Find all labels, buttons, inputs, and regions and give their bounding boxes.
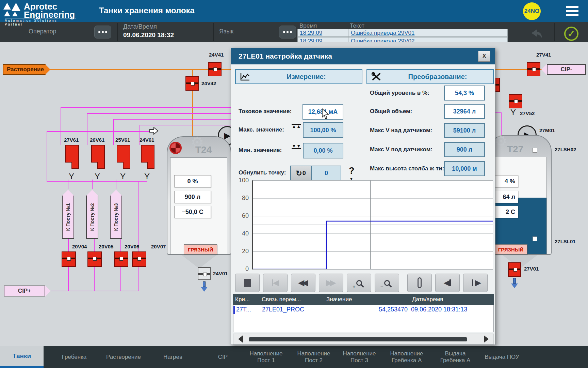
trend-chart[interactable] <box>252 180 493 270</box>
banner-post-2[interactable]: К Посту №2 <box>86 195 98 239</box>
pipe-segment <box>120 238 121 251</box>
stop-icon[interactable] <box>235 274 260 292</box>
nav-item-nagrev[interactable]: Нагрев <box>147 354 198 361</box>
pipe-segment <box>94 267 95 291</box>
alarm-row[interactable]: 18:29:09 Ошибка привода 29V02 <box>297 37 508 42</box>
refresh-icon: ↻ <box>296 169 302 178</box>
nav-item-rastvorenie[interactable]: Растворение <box>98 354 149 361</box>
alarm-row[interactable]: 18:29:09 Ошибка привода 29V01 <box>297 29 508 37</box>
valve-25v61[interactable] <box>117 145 130 163</box>
app-header: Aprotec Engineering Automation Solutions… <box>0 0 588 22</box>
tools-icon <box>371 72 382 81</box>
valve-label: 20V07 <box>151 244 166 249</box>
max-value-field[interactable]: 100,00 % <box>303 122 343 138</box>
datetime-label: Дата/Время <box>123 23 157 30</box>
valve-24v42[interactable] <box>185 76 199 91</box>
y-tick-label: 80 <box>234 195 249 202</box>
nav-item-tanki[interactable]: Танки <box>0 346 44 366</box>
reset-value-field[interactable]: 0 <box>311 166 341 181</box>
banner-cip-minus[interactable]: CIP- <box>547 64 586 75</box>
nav-item-grebenka[interactable]: Гребенка <box>49 354 100 361</box>
tank-name: T27 <box>507 144 523 155</box>
horizontal-scrollbar[interactable] <box>233 334 494 344</box>
pipe-segment <box>68 267 69 291</box>
hamburger-menu-icon[interactable] <box>566 6 578 16</box>
nav-item-napolnenie-post1[interactable]: Наполнение Пост 1 <box>244 350 288 364</box>
valve-20v04[interactable] <box>62 251 76 267</box>
language-menu-button[interactable] <box>279 26 296 39</box>
nav-item-napolnenie-grebenka-a[interactable]: Наполнение Гребенка А <box>383 350 430 364</box>
acknowledge-check-icon[interactable]: ✓ <box>564 27 578 41</box>
banner-label: К Посту №1 <box>65 203 71 231</box>
valve-label: 24V42 <box>201 80 216 86</box>
zoom-out-icon[interactable]: − <box>375 274 399 292</box>
banner-rastvorenie[interactable]: Растворение <box>3 64 46 75</box>
zoom-in-icon[interactable]: + <box>347 274 371 292</box>
nav-item-napolnenie-post2[interactable]: Наполнение Пост 2 <box>292 350 336 364</box>
valve-24v01[interactable] <box>198 267 211 280</box>
pipe-segment <box>61 107 61 145</box>
volume-field: 32964 л <box>444 104 485 119</box>
level-switch-low-icon <box>533 236 537 241</box>
close-button[interactable]: X <box>478 51 490 62</box>
operator-menu-button[interactable] <box>94 26 111 39</box>
valve-24v41[interactable] <box>208 62 222 76</box>
pipe-segment <box>68 180 68 189</box>
field-label: Макс V под датчиком: <box>370 146 432 153</box>
field-label: Мин. значение: <box>239 147 282 154</box>
nav-item-vydacha-grebenka-a[interactable]: Выдача Гребенка А <box>433 350 477 364</box>
jump-to-left-icon[interactable]: ◀ <box>435 274 460 292</box>
banner-post-1[interactable]: К Посту №1 <box>62 195 74 239</box>
min-value-field[interactable]: 0,00 % <box>303 143 343 158</box>
trend-chart-icon <box>239 72 251 81</box>
nav-item-vydacha-pou[interactable]: Выдача ПОУ <box>481 354 522 361</box>
reset-zero-button[interactable]: ↻0 <box>290 166 311 181</box>
pipe-segment <box>140 125 231 125</box>
valve-27v01[interactable] <box>508 262 521 277</box>
alarm-text: Ошибка привода 29V01 <box>351 30 414 36</box>
field-label: Макс высота столба ж-ти: <box>370 165 444 172</box>
divider <box>117 23 118 41</box>
status-badge[interactable]: 24NO <box>523 2 541 20</box>
max-vol-above-field[interactable]: 59100 л <box>444 123 485 138</box>
valve-20v06[interactable] <box>114 251 128 267</box>
column-header[interactable]: Кри... <box>235 296 250 303</box>
y-tick-label: 0 <box>234 265 249 273</box>
ruler-icon[interactable] <box>407 274 432 292</box>
nav-item-napolnenie-post3[interactable]: Наполнение Пост 3 <box>337 350 381 364</box>
jump-to-right-icon[interactable]: ▶ <box>463 274 488 292</box>
column-header[interactable]: Значение <box>326 296 352 303</box>
valve-27v61[interactable] <box>65 145 79 163</box>
spray-symbol: Y <box>144 172 150 181</box>
scroll-right-icon[interactable] <box>484 335 489 343</box>
max-column-height-field[interactable]: 10,000 м <box>444 161 485 176</box>
field-label: Общий уровень в %: <box>370 90 429 96</box>
valve-24v61[interactable] <box>141 145 154 163</box>
valve-20v07[interactable] <box>132 251 146 267</box>
tank-volume-value: 900 л <box>174 191 211 203</box>
banner-cip-plus[interactable]: CIP+ <box>4 286 45 296</box>
field-label: Макс. значение: <box>239 126 284 133</box>
help-button[interactable]: ? <box>349 166 355 176</box>
scrollbar-thumb[interactable] <box>249 337 467 341</box>
skip-to-start-icon[interactable]: ◀ <box>263 274 288 292</box>
valve-27v52[interactable] <box>509 94 522 108</box>
valve-20v05[interactable] <box>87 251 102 267</box>
rewind-icon[interactable]: ◀◀ <box>291 274 315 292</box>
sensor-settings-dialog: 27LE01 настройка датчика X Измерение: Пр… <box>231 48 495 345</box>
valve-26v61[interactable] <box>91 145 105 163</box>
column-header[interactable]: Дата/время <box>412 296 443 303</box>
column-header[interactable]: Связь перем... <box>262 296 301 303</box>
fast-forward-icon[interactable]: ▶▶ <box>319 274 343 292</box>
max-vol-below-field[interactable]: 900 л <box>444 142 485 157</box>
pipe-segment <box>113 119 231 120</box>
pipe-segment <box>68 238 69 251</box>
nav-item-cip[interactable]: CIP <box>197 354 248 361</box>
valve-27v41[interactable] <box>527 62 540 76</box>
banner-post-3[interactable]: К Посту №3 <box>110 195 122 239</box>
spray-symbol: Y <box>510 108 516 117</box>
min-arrows-icon: ▼▼ <box>292 144 301 149</box>
scroll-left-icon[interactable] <box>238 335 243 343</box>
back-arrow-icon[interactable] <box>530 29 543 39</box>
table-row[interactable]: 27T... 27LE01_PROC 54,253470 09.06.2020 … <box>233 305 493 315</box>
